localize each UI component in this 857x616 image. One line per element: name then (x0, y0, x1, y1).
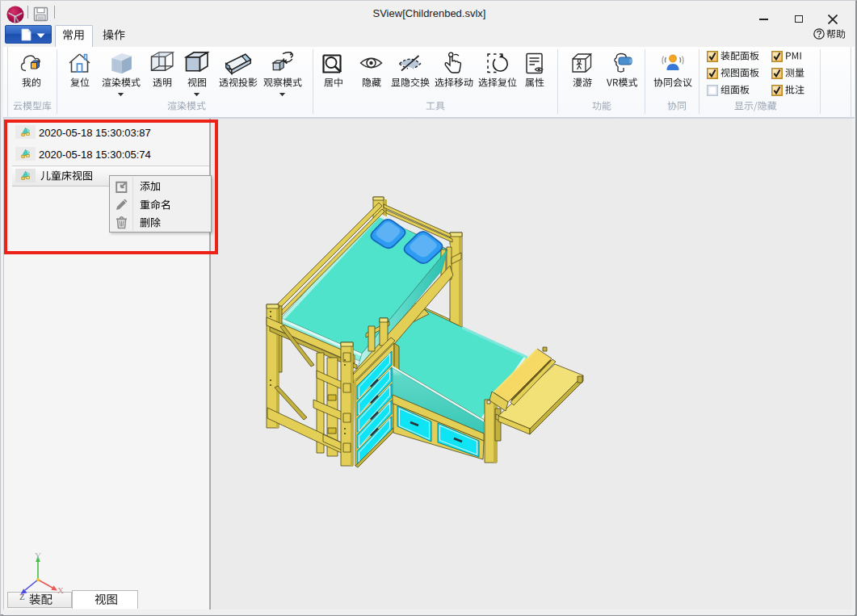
svg-text:Y: Y (35, 551, 41, 560)
svg-text:X: X (57, 585, 64, 595)
svg-text:Z: Z (19, 592, 25, 601)
